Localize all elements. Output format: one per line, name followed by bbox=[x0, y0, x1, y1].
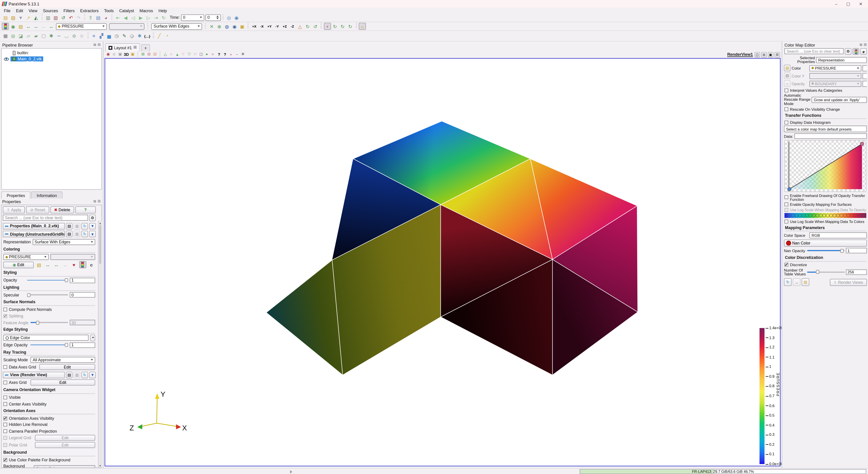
copy-display-icon[interactable]: ▤ bbox=[66, 231, 72, 237]
display-histogram-checkbox[interactable] bbox=[784, 121, 788, 124]
disconnect-server-icon[interactable]: ▥ bbox=[52, 14, 59, 21]
opacity-slider[interactable] bbox=[27, 278, 68, 282]
cme-search-input[interactable]: Search ... (use Esc to clear text) bbox=[784, 48, 844, 54]
show-scalar-bar-icon[interactable] bbox=[852, 48, 859, 55]
probe-location-icon[interactable]: ✱ bbox=[136, 32, 143, 39]
minimize-button[interactable]: – bbox=[835, 1, 837, 6]
python-calculator-icon[interactable]: {…} bbox=[144, 32, 151, 39]
split-vertical-icon[interactable]: ⊟ bbox=[761, 52, 767, 57]
show-center-axes-icon[interactable]: + bbox=[324, 23, 331, 30]
gear-icon[interactable]: ⚙ bbox=[89, 215, 96, 221]
color-space-select[interactable]: RGB bbox=[809, 232, 867, 238]
isometric-view-icon[interactable]: △ bbox=[297, 23, 304, 30]
paraview-logo-icon[interactable]: ◭ bbox=[32, 14, 39, 21]
zoom-to-box-icon[interactable]: ▣ bbox=[130, 52, 135, 57]
close-view-icon[interactable]: ☒ bbox=[774, 52, 780, 57]
plot-selection-over-time-icon[interactable]: ◶ bbox=[128, 32, 136, 39]
stream-tracer-icon[interactable]: ∼ bbox=[55, 32, 62, 39]
close-panel-icon[interactable]: ☒ bbox=[98, 43, 101, 47]
add-camera-icon[interactable]: ◉ bbox=[233, 14, 240, 21]
choose-preset-icon[interactable]: ♥ bbox=[70, 261, 78, 268]
menu-catalyst[interactable]: Catalyst bbox=[117, 8, 137, 13]
nan-color-button[interactable]: Nan Color bbox=[784, 239, 867, 247]
load-palette-icon[interactable]: ▤ bbox=[95, 14, 102, 21]
opacity-value[interactable]: 1 bbox=[70, 277, 95, 283]
search-input[interactable]: Search ... (use Esc to clear text) bbox=[3, 215, 88, 221]
discretize-checkbox[interactable] bbox=[784, 263, 788, 267]
edge-opacity-value[interactable]: 1 bbox=[70, 342, 95, 347]
open-file-icon[interactable]: ▨ bbox=[2, 14, 9, 21]
select-points-polygon-icon[interactable]: ∷ bbox=[192, 52, 198, 57]
tf-endpoint-high[interactable] bbox=[860, 142, 864, 146]
previous-frame-icon[interactable]: ◀ bbox=[122, 14, 129, 21]
menu-file[interactable]: File bbox=[1, 8, 13, 13]
specular-value[interactable]: 0 bbox=[70, 292, 95, 298]
reset-rotation-center-icon[interactable]: ↻ bbox=[339, 23, 346, 30]
plot-over-time-icon[interactable]: ◷ bbox=[113, 32, 120, 39]
clear-selection-icon[interactable]: ✖ bbox=[240, 52, 246, 57]
extract-subset-icon[interactable]: ▢ bbox=[40, 32, 47, 39]
representation-select[interactable]: Surface With Edges bbox=[32, 239, 95, 245]
reset-session-icon[interactable]: ↺ bbox=[60, 14, 67, 21]
scroll-up-icon[interactable]: ▲ bbox=[99, 221, 102, 225]
display-properties-header[interactable]: Display (UnstructuredGridRepres bbox=[3, 231, 65, 237]
specular-slider[interactable] bbox=[27, 293, 68, 297]
scaling-mode-select[interactable]: All Approximate bbox=[31, 357, 95, 363]
source-properties-header[interactable]: Properties (Main_0_2.vtk) bbox=[3, 223, 65, 229]
find-data-icon[interactable]: ≡ bbox=[90, 32, 97, 39]
edit-scalar-bar-icon[interactable]: e bbox=[88, 261, 95, 268]
rotate-90-cw-icon[interactable]: ↻ bbox=[304, 23, 311, 30]
center-axes-visibility-checkbox[interactable] bbox=[3, 402, 7, 406]
histogram-icon[interactable]: ▅ bbox=[105, 32, 113, 39]
edge-opacity-slider[interactable] bbox=[31, 343, 68, 347]
interactive-select-cells-icon[interactable]: ▸ bbox=[205, 52, 210, 57]
save-state-icon[interactable]: ▨ bbox=[9, 14, 17, 21]
shrink-selection-icon[interactable]: − bbox=[234, 52, 240, 57]
color-palette-icon[interactable]: ◕ bbox=[102, 14, 110, 21]
eye-visibility-icon[interactable] bbox=[4, 57, 9, 61]
freehand-checkbox[interactable] bbox=[784, 195, 788, 199]
three-d-toggle[interactable]: 3D bbox=[123, 52, 129, 57]
pick-rotation-center-icon[interactable]: ↻ bbox=[332, 23, 339, 30]
render-view[interactable]: Y X Z 1.4e+001.31.21.110.90.80.70.60.50.… bbox=[105, 58, 780, 466]
layout-tab[interactable]: Layout #1 ☒ bbox=[105, 43, 140, 52]
select-cells-through-icon[interactable]: ▲ bbox=[175, 52, 180, 57]
table-values-value[interactable]: 256 bbox=[846, 269, 867, 275]
maximize-button[interactable]: ▢ bbox=[846, 1, 850, 6]
scroll-down-icon[interactable]: ▼ bbox=[99, 464, 102, 468]
color-legend[interactable]: 1.4e+001.31.21.110.90.80.70.60.50.40.30.… bbox=[760, 328, 781, 467]
undo-icon[interactable]: ↶ bbox=[67, 14, 74, 21]
clip-icon[interactable]: ◪ bbox=[17, 32, 24, 39]
select-cells-on-icon[interactable]: △ bbox=[162, 52, 168, 57]
reset-camera-closest-icon[interactable]: ◍ bbox=[223, 23, 230, 30]
scrollbar-thumb[interactable] bbox=[99, 225, 101, 264]
interpret-categories-checkbox[interactable] bbox=[784, 88, 788, 92]
menu-view[interactable]: View bbox=[26, 8, 40, 13]
rescale-visibility-checkbox[interactable] bbox=[784, 107, 788, 111]
compute-point-normals-checkbox[interactable] bbox=[3, 307, 7, 311]
menu-sources[interactable]: Sources bbox=[40, 8, 61, 13]
first-frame-icon[interactable]: ⇤ bbox=[115, 14, 122, 21]
rotate-90-ccw-icon[interactable]: ↺ bbox=[312, 23, 319, 30]
delete-button[interactable]: ✖Delete bbox=[50, 206, 74, 213]
time-spinbox[interactable]: 0 bbox=[205, 14, 221, 21]
copy-properties-icon[interactable]: ▤ bbox=[66, 223, 72, 229]
rescale-data-range-icon[interactable]: ↔ bbox=[44, 261, 51, 268]
nan-opacity-slider[interactable] bbox=[807, 248, 845, 253]
group-datasets-icon[interactable]: ⊚ bbox=[70, 32, 78, 39]
auto-apply-icon[interactable]: ⇧ bbox=[87, 14, 94, 21]
save-view-icon[interactable]: ▼ bbox=[89, 371, 96, 378]
selected-properties-select[interactable]: Representation bbox=[816, 57, 867, 63]
export-scene-icon[interactable]: ◉ bbox=[105, 52, 111, 57]
menu-extractors[interactable]: Extractors bbox=[77, 8, 101, 13]
reset-camera-icon[interactable]: ✕ bbox=[208, 23, 215, 30]
help-button[interactable]: ? bbox=[75, 206, 96, 213]
reset-display-icon[interactable]: ↻ bbox=[82, 231, 88, 237]
representation-combobox[interactable]: Surface With Edges bbox=[152, 23, 203, 30]
camera-parallel-projection-checkbox[interactable] bbox=[3, 429, 7, 433]
view-minus-z-icon[interactable]: -Z bbox=[289, 23, 296, 30]
visible-checkbox[interactable] bbox=[3, 396, 7, 400]
reset-defaults-icon[interactable]: ↻ bbox=[82, 223, 88, 229]
hover-cells-icon[interactable]: ? bbox=[216, 52, 222, 57]
rescale-data-range-icon[interactable]: ↔ bbox=[25, 23, 32, 30]
